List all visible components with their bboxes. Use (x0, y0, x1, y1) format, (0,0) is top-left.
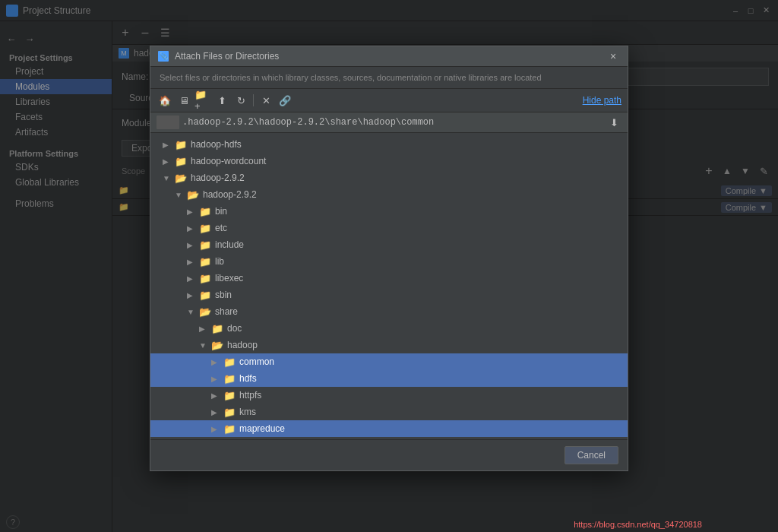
tree-item-sbin[interactable]: ▶ 📁 sbin (150, 287, 628, 303)
tree-label: bin (215, 206, 227, 217)
expand-arrow: ▶ (211, 375, 222, 383)
dialog-overlay: 📎 Attach Files or Directories × Select f… (0, 0, 778, 532)
expand-arrow: ▶ (187, 274, 198, 283)
folder-open-icon: 📂 (211, 340, 223, 351)
path-go-button[interactable]: ⬇ (606, 115, 621, 130)
expand-arrow: ▶ (187, 207, 198, 216)
tree-item-libexec[interactable]: ▶ 📁 libexec (150, 270, 628, 287)
path-bar: ⬇ (150, 112, 628, 133)
expand-arrow: ▶ (187, 241, 198, 249)
tree-label: httpfs (239, 390, 261, 401)
expand-arrow: ▼ (163, 174, 173, 182)
expand-arrow: ▶ (199, 325, 210, 333)
dialog-footer: Cancel (150, 439, 628, 470)
tree-label: mapreduce (239, 423, 285, 434)
folder-icon: 📁 (223, 390, 236, 401)
tree-label: lib (215, 256, 224, 267)
tree-label: doc (227, 323, 242, 334)
folder-open-icon: 📂 (187, 189, 199, 201)
cancel-button[interactable]: Cancel (565, 446, 618, 464)
expand-arrow: ▶ (187, 224, 198, 233)
expand-arrow: ▼ (199, 341, 210, 350)
dialog-subtitle: Select files or directories in which lib… (150, 67, 628, 89)
home-button[interactable]: 🏠 (157, 92, 173, 109)
tree-label: hdfs (239, 373, 257, 384)
tree-label: include (215, 239, 244, 250)
tree-label: hadoop-wordcount (191, 156, 266, 166)
attach-files-dialog: 📎 Attach Files or Directories × Select f… (150, 46, 628, 471)
watermark: https://blog.csdn.net/qq_34720818 (574, 520, 702, 529)
folder-icon: 📁 (199, 239, 211, 251)
tree-item-bin[interactable]: ▶ 📁 bin (150, 203, 628, 220)
tree-item-include[interactable]: ▶ 📁 include (150, 236, 628, 253)
tree-item-hdfs[interactable]: ▶ 📁 hdfs (150, 370, 628, 387)
expand-arrow: ▶ (211, 408, 222, 416)
new-folder-button[interactable]: 📁+ (194, 92, 211, 109)
expand-arrow: ▼ (175, 191, 185, 199)
folder-icon: 📁 (175, 139, 187, 150)
folder-icon: 📁 (199, 273, 211, 284)
tree-label: etc (215, 223, 227, 233)
expand-arrow: ▶ (211, 358, 222, 366)
folder-icon: 📁 (199, 290, 211, 301)
folder-open-icon: 📂 (175, 173, 187, 184)
tree-item-common[interactable]: ▶ 📁 common (150, 353, 628, 370)
tree-label: hadoop (227, 340, 258, 350)
tree-item-httpfs[interactable]: ▶ 📁 httpfs (150, 387, 628, 404)
tree-item-mapreduce[interactable]: ▶ 📁 mapreduce (150, 420, 628, 437)
folder-icon: 📁 (223, 407, 236, 418)
delete-button[interactable]: ✕ (258, 92, 274, 109)
tree-item-hadoop-292-inner[interactable]: ▼ 📂 hadoop-2.9.2 (150, 186, 628, 203)
tree-item-etc[interactable]: ▶ 📁 etc (150, 220, 628, 236)
folder-icon: 📁 (223, 356, 236, 368)
tree-item-share[interactable]: ▼ 📂 share (150, 303, 628, 320)
tree-label: sbin (215, 290, 232, 300)
tree-item-hadoop[interactable]: ▼ 📂 hadoop (150, 337, 628, 353)
dialog-title-text: Attach Files or Directories (175, 51, 600, 62)
path-input[interactable] (182, 117, 603, 128)
expand-arrow: ▶ (163, 157, 173, 166)
tree-label: kms (239, 407, 256, 417)
tree-label: hadoop-2.9.2 (203, 189, 257, 200)
file-tree[interactable]: ▶ 📁 hadoop-hdfs ▶ 📁 hadoop-wordcount ▼ 📂… (150, 133, 628, 439)
desktop-button[interactable]: 🖥 (176, 92, 192, 109)
tree-item-hadoop-wordcount[interactable]: ▶ 📁 hadoop-wordcount (150, 153, 628, 169)
up-folder-button[interactable]: ⬆ (213, 92, 230, 109)
dialog-close-button[interactable]: × (606, 49, 620, 63)
folder-icon: 📁 (199, 256, 211, 268)
link-button[interactable]: 🔗 (277, 92, 293, 109)
tree-label: common (239, 356, 274, 367)
folder-icon: 📁 (223, 373, 236, 385)
tree-label: share (215, 306, 238, 317)
folder-icon: 📁 (199, 206, 211, 217)
dialog-toolbar: 🏠 🖥 📁+ ⬆ ↻ ✕ 🔗 Hide path (150, 89, 628, 112)
folder-icon: 📁 (223, 423, 236, 435)
tree-label: libexec (215, 273, 243, 283)
hide-path-link[interactable]: Hide path (583, 95, 621, 106)
toolbar-separator (253, 94, 254, 106)
tree-label: hadoop-2.9.2 (191, 173, 245, 183)
tree-item-hadoop-292-outer[interactable]: ▼ 📂 hadoop-2.9.2 (150, 169, 628, 186)
tree-item-lib[interactable]: ▶ 📁 lib (150, 253, 628, 270)
expand-arrow: ▼ (187, 308, 198, 316)
expand-arrow: ▶ (211, 391, 222, 400)
folder-icon: 📁 (211, 323, 223, 334)
folder-icon: 📁 (175, 156, 187, 167)
refresh-button[interactable]: ↻ (232, 92, 249, 109)
tree-item-doc[interactable]: ▶ 📁 doc (150, 320, 628, 337)
tree-item-kms[interactable]: ▶ 📁 kms (150, 404, 628, 420)
tree-item-hadoop-hdfs[interactable]: ▶ 📁 hadoop-hdfs (150, 136, 628, 153)
expand-arrow: ▶ (187, 258, 198, 266)
expand-arrow: ▶ (211, 425, 222, 433)
folder-icon: 📁 (199, 223, 211, 234)
folder-open-icon: 📂 (199, 306, 211, 318)
tree-label: hadoop-hdfs (191, 139, 242, 150)
dialog-title-icon: 📎 (158, 51, 169, 62)
dialog-title-bar: 📎 Attach Files or Directories × (150, 46, 628, 67)
expand-arrow: ▶ (187, 291, 198, 299)
expand-arrow: ▶ (163, 141, 173, 149)
